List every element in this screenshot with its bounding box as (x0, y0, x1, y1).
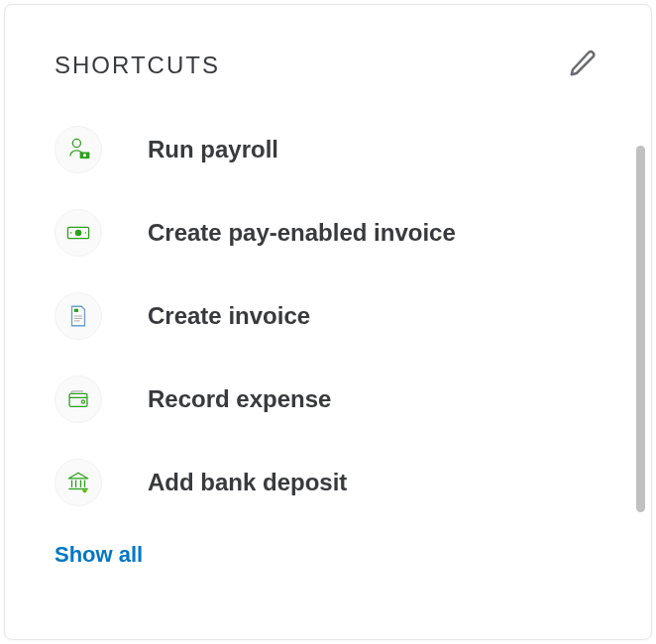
edit-button[interactable] (564, 45, 601, 86)
invoice-doc-icon (65, 303, 91, 329)
svg-point-5 (70, 232, 72, 234)
shortcut-label: Record expense (148, 385, 331, 413)
pencil-icon (568, 49, 598, 78)
shortcut-list: Run payroll Create pay-enabled invoice (55, 126, 601, 506)
icon-container (55, 126, 102, 173)
shortcut-label: Create invoice (148, 302, 310, 330)
icon-container (55, 209, 102, 257)
person-card-icon (65, 137, 91, 162)
shortcut-run-payroll[interactable]: Run payroll (55, 126, 601, 173)
card-title: SHORTCUTS (55, 52, 220, 79)
svg-point-4 (75, 230, 82, 237)
shortcut-label: Run payroll (148, 136, 278, 163)
shortcut-label: Add bank deposit (148, 469, 347, 496)
shortcut-record-expense[interactable]: Record expense (55, 376, 601, 423)
icon-container (55, 292, 102, 340)
shortcut-add-bank-deposit[interactable]: Add bank deposit (55, 459, 601, 506)
show-all-link[interactable]: Show all (55, 542, 601, 568)
card-header: SHORTCUTS (55, 45, 601, 86)
shortcut-create-pay-invoice[interactable]: Create pay-enabled invoice (55, 209, 601, 257)
scrollbar-thumb[interactable] (636, 146, 645, 512)
svg-point-6 (85, 232, 87, 234)
svg-point-0 (72, 139, 80, 147)
svg-rect-7 (74, 309, 78, 312)
shortcuts-card: SHORTCUTS Run payroll (4, 4, 652, 640)
svg-point-2 (83, 154, 86, 157)
bank-icon (65, 470, 91, 495)
shortcut-create-invoice[interactable]: Create invoice (55, 292, 601, 340)
shortcut-label: Create pay-enabled invoice (148, 219, 456, 247)
svg-point-13 (81, 400, 84, 403)
icon-container (55, 459, 102, 506)
icon-container (55, 376, 102, 423)
cash-icon (65, 220, 91, 246)
wallet-icon (65, 386, 91, 412)
